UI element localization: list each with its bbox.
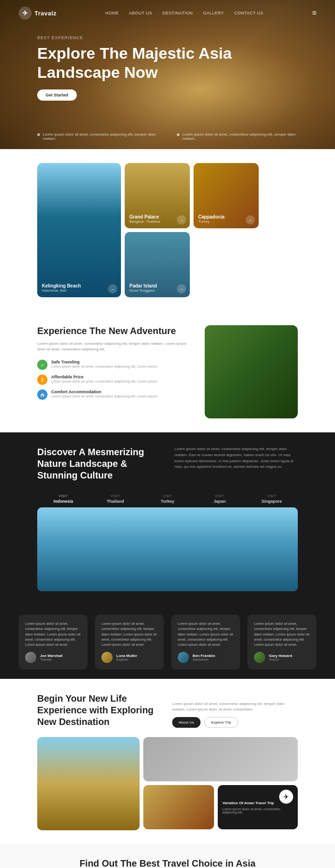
hamburger-icon[interactable]: ≡ (312, 9, 316, 17)
nav-logo: ✈ Travalz (19, 7, 57, 20)
info-dot-1 (37, 133, 40, 136)
test-avatar-1 (101, 652, 113, 663)
newlife-bottom-images: ✈ Variation Of Asian Travel Trip Lorem i… (143, 785, 298, 829)
dest-card-capp[interactable]: Cappadocia Turkey → (194, 163, 259, 228)
country-tab-indonesia[interactable]: Visit Indonesia (37, 491, 89, 507)
nav-link-destination[interactable]: Destination (162, 11, 193, 15)
logo-icon: ✈ (19, 7, 32, 20)
testimonial-0: Lorem ipsum dolor sit amet, consectetur … (19, 615, 87, 670)
dest-name-palace: Grand Palace (129, 214, 160, 219)
country-tabs: Visit Indonesia Visit Thailand Visit Tur… (37, 491, 298, 507)
hero-info-2: Lorem ipsum dolor sit amet, consectetur … (177, 132, 298, 141)
nav-links: Home About Us Destination Gallery Contac… (105, 11, 263, 15)
dest-arrow-beach: → (108, 284, 117, 294)
nav-link-contact[interactable]: Contact Us (234, 11, 263, 15)
test-author-2: Ben Franklin Adventurer (178, 652, 234, 663)
dest-sub-palace: Bangkok, Thailand (129, 219, 160, 224)
newlife-main-image (37, 737, 140, 830)
test-avatar-3 (254, 652, 265, 663)
discover-title: Discover A Mesmerizing Nature Landscape … (37, 446, 161, 481)
discover-top: Discover A Mesmerizing Nature Landscape … (37, 446, 298, 481)
feature-safe: ✓ Safe Traveling Lorem ipsum dolor sit a… (37, 360, 191, 370)
newlife-images: ✈ Variation Of Asian Travel Trip Lorem i… (37, 737, 298, 830)
about-us-button[interactable]: About Us (172, 717, 201, 728)
travel-header: Find Out The Best Travel Choice in Asia … (28, 858, 307, 868)
dest-name-beach: Kelingking Beach (42, 283, 81, 288)
adventure-left: Experience The New Adventure Lorem ipsum… (37, 325, 191, 400)
info-dot-2 (177, 133, 180, 136)
dest-arrow-capp: → (246, 215, 255, 225)
feature-icon-comfort: 🏠 (37, 390, 47, 400)
newlife-desc: Lorem ipsum dolor sit amet, consectetur … (172, 701, 298, 712)
adventure-title: Experience The New Adventure (37, 325, 191, 336)
newlife-top: Begin Your New Life Experience with Expl… (37, 693, 298, 728)
hero-info-bar: Lorem ipsum dolor sit amet, consectetur … (37, 132, 298, 141)
adventure-img-overlay (205, 325, 298, 418)
test-author-1: Luna Muller Explorer (101, 652, 157, 663)
explore-trip-button[interactable]: Explore Trip (204, 717, 238, 728)
adventure-features: ✓ Safe Traveling Lorem ipsum dolor sit a… (37, 360, 191, 400)
dest-name-capp: Cappadocia (198, 214, 225, 219)
test-author-0: Joe Marshall Traveler (25, 652, 81, 663)
hero-info-1: Lorem ipsum dolor sit amet, consectetur … (37, 132, 158, 141)
feature-icon-price: $ (37, 375, 47, 385)
destinations-section: Kelingking Beach Indonesia, Bali → Grand… (0, 149, 335, 311)
testimonials-section: Lorem ipsum dolor sit amet, consectetur … (0, 605, 335, 679)
dest-card-palace[interactable]: Grand Palace Bangkok, Thailand → (125, 163, 190, 228)
newlife-small-image (143, 785, 214, 829)
dest-name-padar: Padar Island (129, 283, 157, 288)
dest-sub-capp: Turkey (198, 219, 225, 224)
newlife-section: Begin Your New Life Experience with Expl… (0, 679, 335, 844)
testimonial-1: Lorem ipsum dolor sit amet, consectetur … (95, 615, 164, 670)
newlife-top-image (143, 737, 298, 781)
feature-icon-safe: ✓ (37, 360, 47, 370)
adventure-section: Experience The New Adventure Lorem ipsum… (0, 311, 335, 432)
test-info-2: Ben Franklin Adventurer (193, 654, 215, 661)
adventure-image (205, 325, 298, 418)
discover-desc: Lorem ipsum dolor sit amet, consectetur … (174, 446, 298, 481)
testimonial-3: Lorem ipsum dolor sit amet, consectetur … (248, 615, 316, 670)
feature-text-comfort: Comfort Accommodation Lorem ipsum dolor … (51, 390, 158, 399)
hero-tag: Best Experience (37, 35, 298, 40)
test-author-3: Gary Howard Tourist (254, 652, 310, 663)
newlife-variation-card: ✈ Variation Of Asian Travel Trip Lorem i… (218, 785, 298, 829)
nav-link-gallery[interactable]: Gallery (203, 11, 224, 15)
test-avatar-0 (25, 652, 36, 663)
travel-title: Find Out The Best Travel Choice in Asia (28, 858, 307, 868)
feature-price: $ Affordable Price Lorem ipsum dolor sit… (37, 375, 191, 385)
newlife-title: Begin Your New Life Experience with Expl… (37, 693, 163, 728)
feature-comfort: 🏠 Comfort Accommodation Lorem ipsum dolo… (37, 390, 191, 400)
hero-section: ✈ Travalz Home About Us Destination Gall… (0, 0, 335, 149)
dest-arrow-palace: → (177, 215, 186, 225)
navbar: ✈ Travalz Home About Us Destination Gall… (0, 0, 335, 26)
nav-link-about[interactable]: About Us (129, 11, 152, 15)
destinations-grid: Kelingking Beach Indonesia, Bali → Grand… (37, 163, 298, 297)
discover-islands-bg (37, 507, 298, 591)
hero-cta-button[interactable]: Get Started (37, 89, 77, 101)
test-info-0: Joe Marshall Traveler (40, 654, 62, 661)
newlife-buttons: About Us Explore Trip (172, 717, 298, 728)
adventure-desc: Lorem ipsum dolor sit amet, consectetur … (37, 341, 191, 352)
hero-title: Explore The Majestic Asia Landscape Now (37, 44, 298, 82)
feature-text-safe: Safe Traveling Lorem ipsum dolor sit ame… (51, 360, 158, 369)
feature-text-price: Affordable Price Lorem ipsum dolor sit a… (51, 375, 158, 384)
hero-content: Best Experience Explore The Majestic Asi… (0, 26, 335, 101)
country-tab-japan[interactable]: Visit Japan (194, 491, 246, 507)
nav-link-home[interactable]: Home (105, 11, 119, 15)
dest-sub-padar: Nusa Tenggara (129, 288, 157, 293)
newlife-right-text: Lorem ipsum dolor sit amet, consectetur … (172, 693, 298, 728)
discover-panorama (37, 507, 298, 591)
dest-card-beach[interactable]: Kelingking Beach Indonesia, Bali → (37, 163, 121, 297)
dest-arrow-padar: → (177, 284, 186, 294)
test-avatar-2 (178, 652, 189, 663)
newlife-right-images: ✈ Variation Of Asian Travel Trip Lorem i… (143, 737, 298, 830)
country-tab-thailand[interactable]: Visit Thailand (89, 491, 141, 507)
country-tab-turkey[interactable]: Visit Turkey (141, 491, 194, 507)
country-tab-singapore[interactable]: Visit Singapore (246, 491, 298, 507)
test-info-3: Gary Howard Tourist (269, 654, 292, 661)
dest-card-padar[interactable]: Padar Island Nusa Tenggara → (125, 232, 190, 297)
dest-sub-beach: Indonesia, Bali (42, 288, 81, 293)
testimonial-2: Lorem ipsum dolor sit amet, consectetur … (171, 615, 240, 670)
test-info-1: Luna Muller Explorer (116, 654, 137, 661)
discover-section: Discover A Mesmerizing Nature Landscape … (0, 432, 335, 605)
